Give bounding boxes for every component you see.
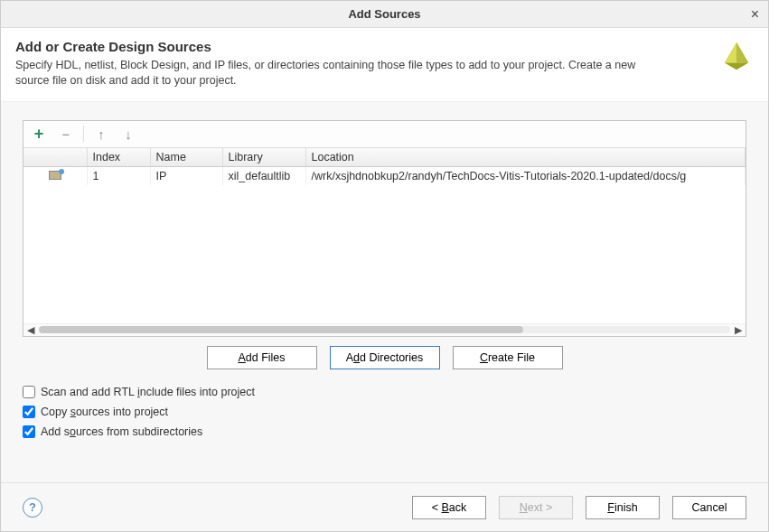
cell-library: xil_defaultlib: [222, 166, 305, 185]
col-header-icon[interactable]: [23, 148, 87, 167]
table-row[interactable]: 1 IP xil_defaultlib /wrk/xsjhdnobkup2/ra…: [23, 166, 746, 185]
subdirs-input[interactable]: [23, 425, 35, 438]
wizard-header: Add or Create Design Sources Specify HDL…: [1, 28, 768, 102]
wizard-footer: ? < Back Next > Finish Cancel: [1, 482, 768, 531]
back-button[interactable]: < Back: [412, 496, 486, 519]
table-header-row: Index Name Library Location: [23, 148, 746, 167]
scan-rtl-checkbox[interactable]: Scan and add RTL include files into proj…: [23, 386, 746, 398]
col-header-library[interactable]: Library: [222, 148, 305, 167]
footer-buttons: < Back Next > Finish Cancel: [412, 496, 746, 519]
cell-location: /wrk/xsjhdnobkup2/randyh/TechDocs-Vitis-…: [305, 166, 746, 185]
cell-name: IP: [150, 166, 222, 185]
subdirs-label: Add sources from subdirectories: [41, 425, 202, 438]
help-icon[interactable]: ?: [23, 498, 42, 518]
toolbar-separator: [83, 126, 84, 142]
svg-marker-2: [725, 63, 749, 70]
page-description: Specify HDL, netlist, Block Design, and …: [15, 58, 666, 89]
add-icon[interactable]: +: [29, 124, 49, 144]
sources-table-wrap: Index Name Library Location 1 IP xil_def…: [23, 148, 746, 323]
cancel-button[interactable]: Cancel: [672, 496, 746, 519]
cell-index: 1: [87, 166, 150, 185]
sources-table: Index Name Library Location 1 IP xil_def…: [23, 148, 746, 185]
finish-button[interactable]: Finish: [586, 496, 660, 519]
copy-sources-label: Copy sources into project: [41, 406, 168, 418]
create-file-button[interactable]: Create File: [453, 346, 563, 369]
move-up-icon[interactable]: ↑: [91, 124, 111, 144]
remove-icon[interactable]: −: [56, 124, 76, 144]
scroll-left-icon[interactable]: ◀: [25, 324, 36, 336]
move-down-icon[interactable]: ↓: [118, 124, 138, 144]
copy-sources-checkbox[interactable]: Copy sources into project: [23, 406, 746, 418]
wizard-content: + − ↑ ↓ Index Name Library Location: [1, 102, 768, 482]
scan-rtl-input[interactable]: [23, 386, 35, 398]
svg-marker-1: [736, 42, 748, 63]
horizontal-scrollbar[interactable]: ◀ ▶: [23, 323, 746, 336]
window-title: Add Sources: [348, 7, 420, 21]
close-icon[interactable]: ×: [751, 6, 759, 23]
panel-toolbar: + − ↑ ↓: [23, 121, 746, 148]
action-button-row: Add Files Add Directories Create File: [23, 346, 746, 369]
subdirs-checkbox[interactable]: Add sources from subdirectories: [23, 425, 746, 438]
col-header-index[interactable]: Index: [87, 148, 150, 167]
scroll-thumb[interactable]: [39, 326, 523, 333]
next-button: Next >: [499, 496, 573, 519]
title-bar: Add Sources ×: [1, 1, 768, 28]
add-directories-button[interactable]: Add Directories: [330, 346, 440, 369]
scroll-right-icon[interactable]: ▶: [733, 324, 744, 336]
page-heading: Add or Create Design Sources: [15, 39, 666, 54]
scroll-track[interactable]: [39, 326, 730, 333]
col-header-location[interactable]: Location: [305, 148, 746, 167]
sources-panel: + − ↑ ↓ Index Name Library Location: [23, 120, 746, 337]
ip-icon: [49, 171, 61, 180]
add-files-button[interactable]: Add Files: [207, 346, 317, 369]
copy-sources-input[interactable]: [23, 406, 35, 418]
col-header-name[interactable]: Name: [150, 148, 222, 167]
scan-rtl-label: Scan and add RTL include files into proj…: [41, 386, 255, 398]
vivado-logo-icon: [719, 39, 754, 73]
options-checkboxes: Scan and add RTL include files into proj…: [23, 386, 746, 438]
